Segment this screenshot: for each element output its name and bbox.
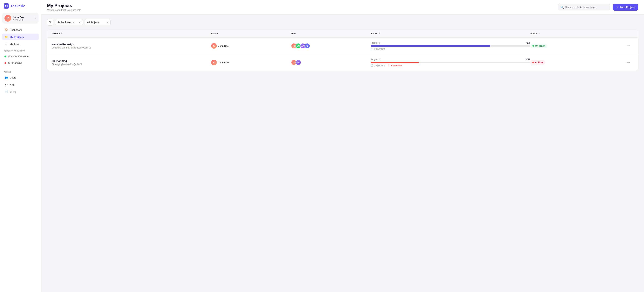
col-actions — [626, 32, 633, 35]
svg-rect-2 — [5, 6, 6, 7]
task-meta: 🕐 15 pending ❗ 5 overdue — [371, 64, 530, 67]
recent-projects-section: RECENT PROJECTS Website Redesign Q4 Plan… — [0, 48, 41, 66]
new-project-label: New Project — [620, 6, 635, 8]
owner-name: John Doe — [218, 44, 229, 47]
admin-section: ADMIN 👥 Users 🏷 Tags 📄 Billing — [0, 69, 41, 95]
team-cell: JD MR — [291, 60, 371, 65]
owner-name: John Doe — [218, 61, 229, 64]
status-badge: At Risk — [530, 60, 545, 65]
sidebar-item-label: Billing — [10, 90, 16, 93]
pending-count: 🕐 10 pending — [371, 48, 385, 50]
team-extra-count: +2 — [304, 43, 310, 49]
sidebar-item-dashboard[interactable]: 🏠 Dashboard — [2, 26, 38, 33]
sidebar-item-q4-planning[interactable]: Q4 Planning — [2, 60, 38, 66]
status-label: At Risk — [535, 61, 543, 64]
progress-bar-bg — [371, 45, 530, 47]
tag-icon: 🏷 — [4, 83, 8, 86]
more-options-button[interactable]: ••• — [626, 43, 630, 48]
project-cell: Website Redesign Complete overhaul of co… — [52, 43, 211, 49]
logo-text: Taskerio — [10, 4, 26, 8]
progress-label: Progress — [371, 58, 380, 61]
sidebar-item-users[interactable]: 👥 Users — [2, 74, 38, 81]
progress-percent: 75% — [525, 41, 530, 44]
project-name: Website Redesign — [52, 43, 211, 46]
page-title: My Projects — [47, 3, 81, 8]
search-box[interactable]: 🔍 — [558, 4, 610, 10]
tasks-icon: ☰ — [4, 42, 8, 46]
new-project-button[interactable]: ＋ New Project — [613, 4, 638, 11]
sidebar-item-website-redesign[interactable]: Website Redesign — [2, 53, 38, 59]
progress-label: Progress — [371, 41, 380, 44]
table-header: Project ⇅ Owner Team Tasks ⇅ Status ⇅ — [47, 29, 638, 38]
sidebar-item-billing[interactable]: 📄 Billing — [2, 88, 38, 95]
sidebar-item-label: My Projects — [10, 36, 24, 38]
status-label: On Track — [535, 44, 545, 47]
main-nav: 🏠 Dashboard 📁 My Projects ☰ My Tasks — [0, 26, 41, 48]
user-info: John Doe Acme Corp — [13, 16, 34, 21]
recent-projects-label: RECENT PROJECTS — [2, 48, 38, 53]
sidebar-item-label: Q4 Planning — [8, 61, 22, 64]
progress-bar-fill — [371, 45, 490, 47]
owner-cell: JD John Doe — [211, 60, 291, 65]
owner-avatar: JD — [211, 60, 217, 65]
sidebar-item-label: Users — [10, 76, 16, 79]
main-content: My Projects Manage and track your projec… — [41, 0, 644, 292]
table-row: Website Redesign Complete overhaul of co… — [47, 38, 638, 54]
status-cell: At Risk — [530, 60, 626, 65]
status-dot-green — [4, 55, 6, 57]
user-company: Acme Corp — [13, 19, 34, 21]
clock-icon: 🕐 — [371, 64, 374, 67]
col-team: Team — [291, 32, 371, 35]
col-status: Status ⇅ — [530, 32, 626, 35]
clock-icon: 🕐 — [371, 48, 374, 50]
page-subtitle: Manage and track your projects — [47, 8, 81, 11]
sidebar-item-my-projects[interactable]: 📁 My Projects — [2, 33, 38, 40]
active-projects-filter[interactable]: Active Projects Archived Projects All Pr… — [55, 19, 83, 25]
sidebar-item-tags[interactable]: 🏷 Tags — [2, 81, 38, 88]
col-project: Project ⇅ — [52, 32, 211, 35]
home-icon: 🏠 — [4, 28, 8, 31]
table-row: Q4 Planning Strategic planning for Q4 20… — [47, 54, 638, 71]
task-meta: 🕐 10 pending — [371, 48, 530, 50]
sidebar-item-label: Dashboard — [10, 28, 22, 31]
team-avatar: MR — [296, 60, 301, 65]
col-owner: Owner — [211, 32, 291, 35]
progress-bar-bg — [371, 62, 530, 63]
status-dot-red — [4, 62, 6, 64]
pending-count: 🕐 15 pending — [371, 64, 385, 67]
all-projects-filter[interactable]: All Projects My Projects Shared Projects — [85, 19, 111, 25]
content-area: ⧨ Active Projects Archived Projects All … — [41, 14, 644, 292]
tasks-cell: Progress 75% 🕐 10 pending — [371, 41, 530, 50]
status-cell: On Track — [530, 44, 626, 48]
search-icon: 🔍 — [560, 6, 564, 9]
owner-cell: JD John Doe — [211, 43, 291, 49]
folder-icon: 📁 — [4, 35, 8, 39]
user-name: John Doe — [13, 16, 34, 19]
svg-rect-0 — [5, 5, 6, 6]
actions-cell: ••• — [626, 60, 633, 65]
project-cell: Q4 Planning Strategic planning for Q4 20… — [52, 59, 211, 66]
sort-icon: ⇅ — [378, 32, 380, 35]
admin-label: ADMIN — [2, 69, 38, 74]
actions-cell: ••• — [626, 43, 633, 48]
billing-icon: 📄 — [4, 90, 8, 93]
projects-table: Project ⇅ Owner Team Tasks ⇅ Status ⇅ — [47, 29, 638, 71]
project-name: Q4 Planning — [52, 59, 211, 62]
status-indicator — [532, 45, 534, 47]
sidebar-item-my-tasks[interactable]: ☰ My Tasks — [2, 41, 38, 47]
sort-icon: ⇅ — [61, 32, 62, 35]
logo-area: Taskerio — [0, 0, 41, 11]
col-tasks: Tasks ⇅ — [371, 32, 530, 35]
sidebar-item-label: Tags — [10, 83, 15, 86]
users-icon: 👥 — [4, 76, 8, 79]
user-profile[interactable]: JD John Doe Acme Corp ▾ — [2, 13, 38, 23]
warning-icon: ❗ — [388, 64, 390, 67]
logo-icon — [4, 3, 9, 8]
filter-button[interactable]: ⧨ — [47, 19, 53, 25]
logo-suffix: io — [22, 4, 26, 8]
search-input[interactable] — [565, 6, 607, 8]
progress-bar-fill — [371, 62, 419, 63]
more-options-button[interactable]: ••• — [626, 60, 630, 65]
plus-icon: ＋ — [616, 5, 619, 9]
tasks-cell: Progress 30% 🕐 15 pending ❗ 5 overd — [371, 58, 530, 67]
